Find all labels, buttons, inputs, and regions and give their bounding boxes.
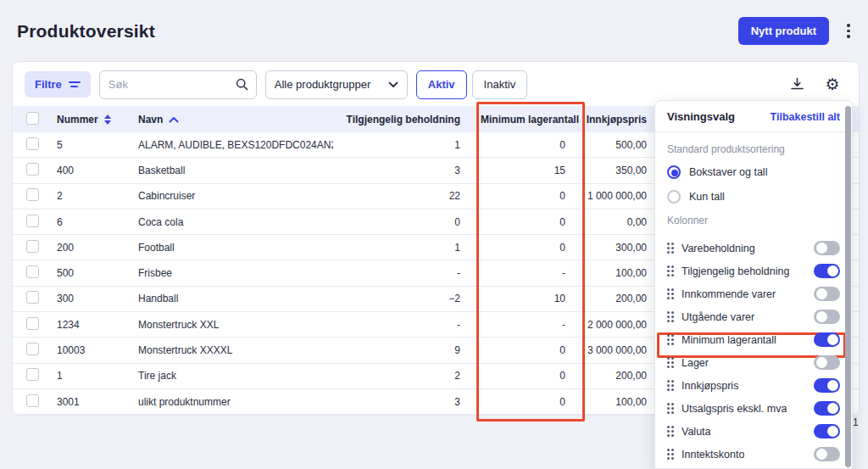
sort-both-icon[interactable] [104, 114, 111, 125]
sort-section-label: Standard produktsortering [667, 143, 840, 155]
cell-tilgjengelig: - [333, 267, 474, 279]
drag-handle-icon[interactable] [667, 357, 674, 368]
column-toggle-switch[interactable] [814, 332, 840, 347]
cell-innkjopspris: 200,00 [579, 370, 660, 382]
radio-icon[interactable] [667, 190, 681, 204]
cell-tilgjengelig: - [333, 319, 474, 331]
row-checkbox[interactable] [26, 137, 39, 150]
radio-icon[interactable] [667, 165, 681, 179]
cell-innkjopspris: 300,00 [579, 242, 660, 254]
column-toggle-switch[interactable] [814, 241, 840, 255]
search-input[interactable] [100, 78, 256, 91]
kebab-menu-icon[interactable] [841, 22, 856, 41]
toolbar-right: ⚙ [787, 75, 847, 94]
sort-asc-icon[interactable] [169, 114, 179, 126]
cell-navn: Handball [131, 293, 333, 304]
sort-option[interactable]: Kun tall [667, 190, 840, 204]
select-all-checkbox[interactable] [26, 112, 39, 125]
column-toggle-switch[interactable] [814, 355, 840, 370]
inactive-filter-button[interactable]: Inaktiv [472, 70, 528, 99]
sort-option[interactable]: Bokstaver og tall [667, 165, 840, 179]
cell-navn: Football [131, 242, 333, 254]
gear-icon[interactable]: ⚙ [823, 75, 842, 94]
row-checkbox[interactable] [26, 215, 39, 227]
cell-nummer: 400 [50, 165, 131, 176]
column-toggle-switch[interactable] [814, 310, 840, 324]
new-product-button[interactable]: Nytt produkt [738, 17, 829, 45]
row-checkbox-cell [13, 137, 50, 153]
panel-scrollbar[interactable] [845, 106, 851, 467]
cell-minimum: 0 [474, 370, 579, 382]
cell-innkjopspris: 0,00 [579, 216, 660, 228]
row-checkbox[interactable] [26, 240, 39, 253]
row-checkbox-cell [13, 265, 50, 281]
column-toggle-switch[interactable] [814, 264, 840, 278]
column-toggle-switch[interactable] [814, 401, 840, 416]
pagination-page-number[interactable]: 1 [853, 416, 859, 428]
product-group-select-value: Alle produktgrupper [275, 78, 370, 91]
column-header-nummer[interactable]: Nummer [50, 114, 131, 126]
cell-innkjopspris: 3 000 000,00 [579, 344, 660, 356]
download-icon[interactable] [787, 75, 806, 94]
drag-handle-icon[interactable] [667, 426, 674, 437]
filter-button[interactable]: Filtre [25, 71, 91, 98]
drag-handle-icon[interactable] [667, 403, 674, 414]
column-toggle-label: Utgående varer [682, 311, 754, 323]
sort-option-label: Kun tall [689, 191, 725, 203]
top-header: Produktoversikt Nytt produkt [17, 17, 856, 45]
drag-handle-icon[interactable] [667, 243, 674, 254]
row-checkbox[interactable] [26, 265, 39, 278]
column-header-minimum[interactable]: Minimum lagerantall [474, 114, 579, 126]
cell-nummer: 2 [50, 190, 131, 202]
column-toggle-row: Valuta [667, 420, 840, 443]
panel-header: Visningsvalg Tilbakestill alt [655, 101, 852, 132]
cell-navn: ALARM, AUDIBLE, BEXS120DFDC024AN2A1R, Re… [131, 139, 333, 151]
drag-handle-icon[interactable] [667, 449, 674, 460]
cell-minimum: 0 [474, 242, 579, 254]
cell-innkjopspris: 500,00 [579, 139, 660, 151]
column-toggle-row: Minimum lagerantall [667, 328, 840, 351]
cell-tilgjengelig: 1 [333, 242, 474, 254]
cell-minimum: 10 [474, 293, 579, 304]
row-checkbox-cell [13, 317, 50, 332]
display-options-panel: Visningsvalg Tilbakestill alt Standard p… [654, 100, 853, 469]
row-checkbox[interactable] [26, 188, 39, 201]
row-checkbox[interactable] [26, 291, 39, 304]
row-checkbox[interactable] [26, 343, 39, 355]
row-checkbox[interactable] [26, 163, 39, 176]
cell-minimum: 0 [474, 396, 579, 408]
reset-all-link[interactable]: Tilbakestill alt [771, 111, 840, 123]
cell-tilgjengelig: 3 [333, 165, 474, 176]
sort-option-label: Bokstaver og tall [689, 166, 767, 178]
column-toggle-switch[interactable] [814, 447, 840, 461]
panel-title: Visningsvalg [667, 110, 735, 123]
product-group-select[interactable]: Alle produktgrupper [265, 70, 408, 99]
drag-handle-icon[interactable] [667, 334, 674, 345]
cell-innkjopspris: 200,00 [579, 293, 660, 304]
cell-nummer: 1234 [50, 319, 131, 331]
column-toggle-switch[interactable] [814, 424, 840, 438]
drag-handle-icon[interactable] [667, 311, 674, 322]
drag-handle-icon[interactable] [667, 288, 674, 299]
column-toggle-switch[interactable] [814, 287, 840, 301]
column-toggles-list: VarebeholdningTilgjengelig beholdningInn… [667, 237, 840, 466]
row-checkbox-cell [13, 368, 50, 383]
drag-handle-icon[interactable] [667, 380, 674, 391]
cell-nummer: 300 [50, 293, 131, 304]
cell-nummer: 1 [50, 370, 131, 382]
column-header-navn[interactable]: Navn [131, 114, 333, 126]
search-box [99, 70, 257, 99]
column-header-tilgjengelig[interactable]: Tilgjengelig beholdning [333, 114, 474, 126]
row-checkbox[interactable] [26, 317, 39, 330]
cell-navn: Tire jack [131, 370, 333, 382]
column-toggle-switch[interactable] [814, 378, 840, 393]
column-toggle-row: Tilgjengelig beholdning [667, 260, 840, 282]
row-checkbox[interactable] [26, 394, 39, 407]
active-filter-button[interactable]: Aktiv [416, 70, 467, 99]
column-header-innkjopspris[interactable]: Innkjøpspris [579, 114, 660, 126]
row-checkbox[interactable] [26, 368, 39, 381]
drag-handle-icon[interactable] [667, 265, 674, 276]
cell-minimum: 0 [474, 344, 579, 356]
page-title: Produktoversikt [17, 21, 155, 42]
column-toggle-label: Innkommende varer [682, 288, 776, 300]
